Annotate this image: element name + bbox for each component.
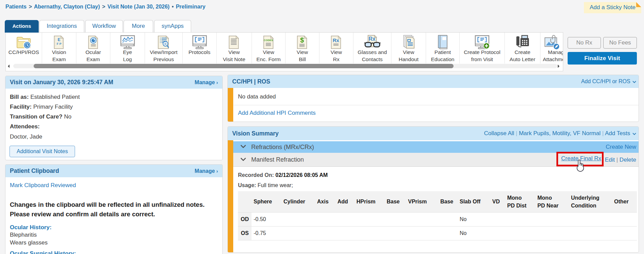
svg-text:Rx: Rx (333, 37, 339, 43)
svg-text:E: E (58, 37, 60, 42)
svg-text:CODES: CODES (263, 38, 273, 41)
svg-text:Rx: Rx (368, 36, 375, 42)
svg-text:F P: F P (57, 42, 61, 45)
svg-text:$: $ (300, 36, 304, 44)
